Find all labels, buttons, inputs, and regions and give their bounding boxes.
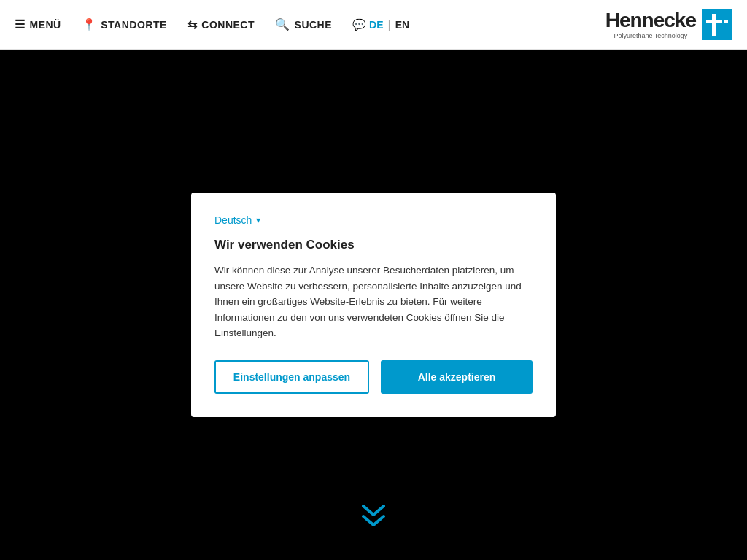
cookie-title: Wir verwenden Cookies <box>214 238 533 252</box>
lang-switcher: 💬 DE | EN <box>352 18 409 31</box>
cookie-buttons: Einstellungen anpassen Alle akzeptieren <box>214 360 533 394</box>
connect-label: CONNECT <box>201 19 255 31</box>
accept-button[interactable]: Alle akzeptieren <box>381 360 533 394</box>
cookie-dialog: Deutsch ▾ Wir verwenden Cookies Wir könn… <box>191 192 556 417</box>
logo-subtitle: Polyurethane Technology <box>605 32 696 41</box>
lang-divider: | <box>388 18 391 31</box>
scroll-arrows[interactable] <box>359 503 388 538</box>
navbar: ☰ MENÜ 📍 STANDORTE ⇆ CONNECT 🔍 SUCHE 💬 D… <box>0 0 747 50</box>
svg-rect-0 <box>702 9 732 40</box>
menu-button[interactable]: ☰ MENÜ <box>15 18 61 31</box>
language-selector-label: Deutsch <box>214 214 252 226</box>
standorte-button[interactable]: 📍 STANDORTE <box>82 18 167 31</box>
location-icon: 📍 <box>82 18 97 31</box>
chevron-down-icon: ▾ <box>256 215 260 225</box>
globe-icon: 💬 <box>352 18 366 31</box>
lang-en-button[interactable]: EN <box>395 19 409 31</box>
logo-area[interactable]: Hennecke Polyurethane Technology <box>605 9 732 41</box>
suche-button[interactable]: 🔍 SUCHE <box>275 18 332 31</box>
settings-button[interactable]: Einstellungen anpassen <box>214 360 369 394</box>
share-icon: ⇆ <box>187 18 198 31</box>
svg-rect-4 <box>718 17 728 19</box>
scroll-chevron-icon <box>359 503 388 538</box>
suche-label: SUCHE <box>295 19 333 31</box>
main-area: Deutsch ▾ Wir verwenden Cookies Wir könn… <box>0 50 747 560</box>
search-icon: 🔍 <box>275 18 290 31</box>
language-selector[interactable]: Deutsch ▾ <box>214 214 533 226</box>
standorte-label: STANDORTE <box>101 19 167 31</box>
logo-icon <box>702 9 732 40</box>
menu-icon: ☰ <box>15 18 26 31</box>
svg-rect-1 <box>712 14 716 36</box>
nav-left: ☰ MENÜ 📍 STANDORTE ⇆ CONNECT 🔍 SUCHE 💬 D… <box>15 18 605 31</box>
lang-de-button[interactable]: DE <box>369 19 383 31</box>
cookie-text: Wir können diese zur Analyse unserer Bes… <box>214 262 533 341</box>
connect-button[interactable]: ⇆ CONNECT <box>187 18 255 31</box>
menu-label: MENÜ <box>30 19 61 31</box>
logo-text-group: Hennecke Polyurethane Technology <box>605 9 696 41</box>
svg-rect-2 <box>706 20 728 23</box>
logo-name: Hennecke <box>605 9 696 32</box>
